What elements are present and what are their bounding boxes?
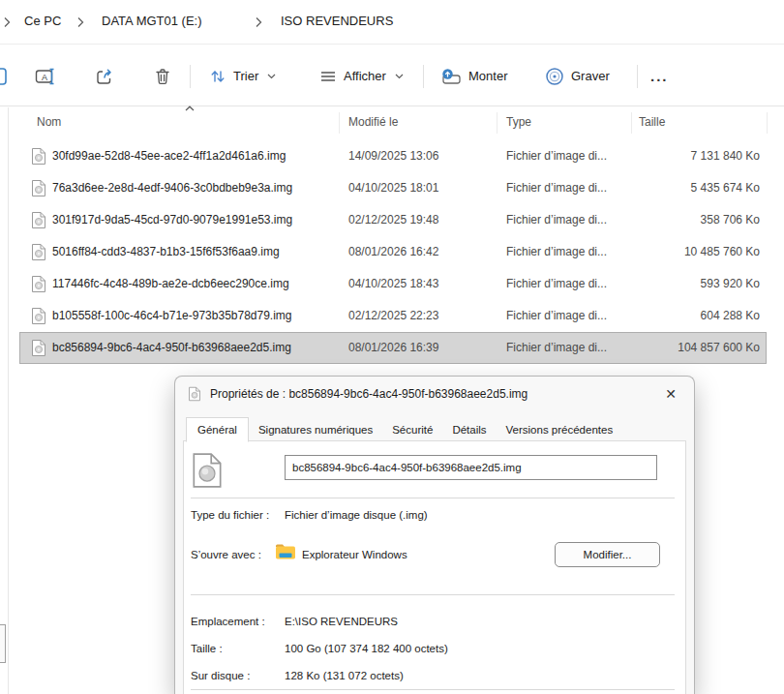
table-row-selected[interactable]: bc856894-9bc6-4ac4-950f-b63968aee2d5.img… bbox=[19, 332, 767, 364]
file-modified: 02/12/2025 22:23 bbox=[348, 309, 438, 322]
more-options-button[interactable]: ... bbox=[650, 45, 669, 106]
divider bbox=[191, 594, 675, 595]
file-size: 5 435 674 Ko bbox=[691, 181, 760, 195]
tab-digital-signatures[interactable]: Signatures numériques bbox=[249, 419, 382, 441]
tab-previous-versions[interactable]: Versions précédentes bbox=[497, 419, 623, 441]
table-row[interactable]: 5016ff84-cdd3-4837-b1b3-15f6f53f6aa9.img… bbox=[19, 236, 767, 268]
properties-dialog: Propriétés de : bc856894-9bc6-4ac4-950f-… bbox=[174, 376, 695, 694]
file-type: Fichier d’image di... bbox=[506, 309, 607, 322]
view-button[interactable]: Afficher bbox=[319, 45, 404, 106]
file-size: 593 920 Ko bbox=[701, 277, 760, 290]
chevron-down-icon bbox=[395, 74, 404, 79]
table-row[interactable]: 30fd99ae-52d8-45ee-ace2-4ff1a2d461a6.img… bbox=[19, 140, 767, 172]
file-modified: 04/10/2025 18:01 bbox=[348, 181, 438, 195]
opens-with-value: Explorateur Windows bbox=[302, 549, 407, 560]
rename-button[interactable]: A bbox=[35, 45, 56, 106]
file-type-value: Fichier d’image disque (.img) bbox=[285, 509, 428, 521]
location-value: E:\ISO REVENDEURS bbox=[285, 616, 398, 627]
table-row[interactable]: 76a3d6ee-2e8d-4edf-9406-3c0bdbeb9e3a.img… bbox=[19, 172, 767, 204]
chevron-right-icon bbox=[254, 16, 263, 28]
toolbar-separator bbox=[423, 65, 424, 88]
sort-label: Trier bbox=[233, 69, 258, 83]
file-type: Fichier d’image di... bbox=[506, 245, 607, 258]
file-name: 30fd99ae-52d8-45ee-ace2-4ff1a2d461a6.img bbox=[52, 149, 286, 163]
clipped-toolbar-icon[interactable] bbox=[0, 45, 9, 106]
burn-button[interactable]: Graver bbox=[545, 45, 610, 106]
file-modified: 02/12/2025 19:48 bbox=[348, 213, 438, 226]
file-name: 301f917d-9da5-45cd-97d0-9079e1991e53.img bbox=[52, 213, 292, 226]
filename-input[interactable] bbox=[285, 455, 657, 480]
disc-image-file-icon bbox=[31, 339, 46, 357]
file-size: 604 288 Ko bbox=[701, 309, 760, 322]
file-size: 358 706 Ko bbox=[701, 213, 760, 226]
opens-with-label: S’ouvre avec : bbox=[191, 549, 261, 560]
mount-button[interactable]: Monter bbox=[440, 45, 507, 106]
mount-label: Monter bbox=[468, 69, 507, 83]
file-modified: 14/09/2025 13:06 bbox=[348, 149, 438, 163]
disc-image-file-icon bbox=[31, 243, 46, 261]
tab-details[interactable]: Détails bbox=[442, 419, 496, 441]
dialog-tabs: Général Signatures numériques Sécurité D… bbox=[186, 413, 622, 441]
clipped-window-fragment bbox=[0, 624, 6, 663]
file-name: 5016ff84-cdd3-4837-b1b3-15f6f53f6aa9.img bbox=[52, 245, 280, 258]
column-header-name[interactable]: Nom bbox=[37, 115, 61, 129]
dialog-titlebar: Propriétés de : bc856894-9bc6-4ac4-950f-… bbox=[175, 377, 694, 411]
close-button[interactable]: ✕ bbox=[651, 378, 690, 409]
breadcrumb: Ce PC DATA MGT01 (E:) ISO REVENDEURS bbox=[0, 0, 784, 45]
file-name: 117446fc-4c48-489b-ae2e-dcb6eec290ce.img bbox=[52, 277, 289, 290]
file-modified: 04/10/2025 18:43 bbox=[348, 277, 438, 290]
breadcrumb-item-drive[interactable]: DATA MGT01 (E:) bbox=[102, 14, 202, 28]
column-separator[interactable] bbox=[497, 112, 498, 134]
modify-button[interactable]: Modifier... bbox=[555, 542, 660, 567]
view-label: Afficher bbox=[344, 69, 386, 83]
view-lines-icon bbox=[319, 68, 337, 85]
file-name: bc856894-9bc6-4ac4-950f-b63968aee2d5.img bbox=[52, 341, 291, 354]
share-button[interactable] bbox=[95, 45, 116, 106]
sort-button[interactable]: Trier bbox=[209, 45, 276, 106]
table-row[interactable]: b105558f-100c-46c4-b71e-973b35b78d79.img… bbox=[19, 300, 767, 332]
column-header-size[interactable]: Taille bbox=[639, 115, 665, 129]
column-separator[interactable] bbox=[767, 112, 768, 134]
column-header-type[interactable]: Type bbox=[506, 115, 531, 129]
delete-button[interactable] bbox=[153, 45, 172, 106]
toolbar-separator bbox=[637, 65, 638, 88]
column-separator[interactable] bbox=[339, 112, 340, 134]
toolbar-separator bbox=[190, 65, 191, 88]
chevron-right-icon bbox=[2, 16, 12, 28]
tab-security[interactable]: Sécurité bbox=[382, 419, 442, 441]
pane-divider bbox=[8, 107, 9, 694]
disc-image-file-icon bbox=[31, 275, 46, 293]
tab-general[interactable]: Général bbox=[186, 417, 249, 442]
file-type: Fichier d’image di... bbox=[506, 213, 607, 226]
burn-disc-icon bbox=[545, 67, 564, 86]
size-on-disk-label: Sur disque : bbox=[191, 670, 250, 681]
file-modified: 08/01/2026 16:39 bbox=[348, 341, 438, 354]
mount-icon bbox=[440, 67, 462, 86]
file-type: Fichier d’image di... bbox=[506, 181, 607, 195]
burn-label: Graver bbox=[571, 69, 610, 83]
size-label: Taille : bbox=[191, 643, 223, 654]
location-label: Emplacement : bbox=[191, 616, 265, 627]
file-size: 7 131 840 Ko bbox=[691, 149, 760, 163]
file-type: Fichier d’image di... bbox=[506, 277, 607, 290]
file-size: 104 857 600 Ko bbox=[678, 341, 760, 354]
column-separator[interactable] bbox=[631, 112, 632, 134]
file-modified: 08/01/2026 16:42 bbox=[348, 245, 438, 258]
sort-ascending-icon bbox=[184, 105, 196, 112]
size-value: 100 Go (107 374 182 400 octets) bbox=[285, 643, 448, 654]
explorer-folder-icon bbox=[275, 543, 296, 560]
file-type: Fichier d’image di... bbox=[506, 149, 607, 163]
breadcrumb-item-ce-pc[interactable]: Ce PC bbox=[24, 14, 61, 28]
general-tab-panel: Type du fichier : Fichier d’image disque… bbox=[183, 440, 686, 694]
chevron-right-icon bbox=[75, 16, 85, 28]
table-row[interactable]: 301f917d-9da5-45cd-97d0-9079e1991e53.img… bbox=[19, 204, 767, 236]
table-row[interactable]: 117446fc-4c48-489b-ae2e-dcb6eec290ce.img… bbox=[19, 268, 767, 300]
sort-arrows-icon bbox=[209, 68, 226, 85]
disc-image-file-icon bbox=[31, 211, 46, 229]
file-size: 10 485 760 Ko bbox=[684, 245, 760, 258]
breadcrumb-item-folder[interactable]: ISO REVENDEURS bbox=[281, 14, 393, 28]
command-toolbar: A Trier Afficher bbox=[0, 45, 784, 106]
disc-image-file-icon-large bbox=[191, 451, 224, 490]
column-header-modified[interactable]: Modifié le bbox=[348, 115, 398, 129]
disc-image-file-icon bbox=[31, 179, 46, 197]
